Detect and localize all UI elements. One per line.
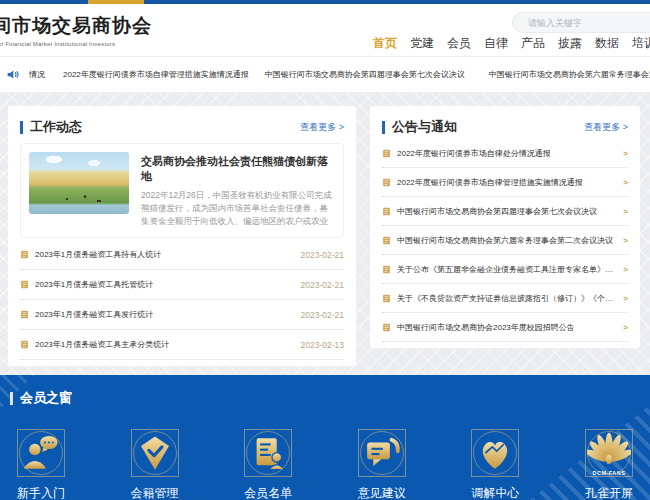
list-item-title: 中国银行间市场交易商协会第六届常务理事会第二次会议决议 [397,235,613,246]
list-item[interactable]: 2022年度银行间债券市场自律处分情况通报 > [382,139,628,168]
search-input[interactable] [512,12,650,33]
list-item-date: 2023-02-21 [293,310,344,320]
member-service-label: 孔雀开屏 [585,485,633,500]
main-nav: 首页 党建 会员 自律 产品 披露 数据 培训 [373,35,650,56]
document-icon [20,250,29,259]
list-item[interactable]: 中国银行间市场交易商协会2023年度校园招聘公告 > [382,313,628,342]
featured-article[interactable]: 交易商协会推动社会责任熊猫债创新落地 2022年12月26日，中国圣牧有机奶业有… [20,143,344,238]
logo-subtitle: National Association of Financial Market… [0,41,152,47]
logo-title: 中国银行间市场交易商协会 [0,13,152,39]
member-roster-icon [244,429,292,477]
peacock-icon: DCM-FANS [585,429,633,477]
member-service-label: 会员名单 [244,485,292,500]
chevron-right-icon: > [617,294,628,303]
list-item-title: 中国银行间市场交易商协会2023年度校园招聘公告 [397,322,575,333]
work-news-title: 工作动态 [30,118,82,136]
chevron-right-icon: > [617,207,628,216]
beginner-guide-icon [17,429,65,477]
list-item-title: 2023年1月债务融资工具持有人统计 [35,249,161,260]
chevron-right-icon: > [617,178,628,187]
ticker-item-partial[interactable]: 情况 [25,69,45,80]
main-content: 工作动态 查看更多 > 交易商协会推动社会责任熊猫债创新落地 2022年12月2… [0,92,650,375]
member-service-label: 会籍管理 [131,485,179,500]
list-item[interactable]: 2023年1月债务融资工具持有人统计 2023-02-21 [20,240,344,270]
list-item[interactable]: 关于公布《第五届非金融企业债务融资工具注册专家名单》的... > [382,255,628,284]
list-item-title: 2023年1月债务融资工具发行统计 [35,309,153,320]
list-item-date: 2023-02-21 [293,250,344,260]
member-service-feedback[interactable]: 意见建议 [347,429,417,500]
members-header: 会员之窗 [10,389,650,407]
document-icon [382,149,391,158]
nav-item-data[interactable]: 数据 [595,35,619,56]
list-item[interactable]: 2022年度银行间债券市场自律管理措施实施情况通报 > [382,168,628,197]
notices-header: 公告与通知 查看更多 > [382,115,628,139]
work-news-card: 工作动态 查看更多 > 交易商协会推动社会责任熊猫债创新落地 2022年12月2… [8,106,356,366]
nav-item-products[interactable]: 产品 [521,35,545,56]
member-service-dcmfans[interactable]: DCM-FANS 孔雀开屏 [574,429,644,500]
list-item-title: 2022年度银行间债券市场自律处分情况通报 [397,148,551,159]
ticker-item[interactable]: 2022年度银行间债券市场自律管理措施实施情况通报 [63,69,249,80]
member-service-beginner[interactable]: 新手入门 [6,429,76,500]
work-news-header: 工作动态 查看更多 > [20,115,344,139]
member-service-membership[interactable]: 会籍管理 [120,429,190,500]
site-logo[interactable]: 中国银行间市场交易商协会 National Association of Fin… [0,13,152,47]
chevron-right-icon: > [617,149,628,158]
list-item-title: 2022年度银行间债券市场自律管理措施实施情况通报 [397,177,583,188]
chevron-right-icon: > [617,265,628,274]
chevron-right-icon: > [617,236,628,245]
document-icon [382,294,391,303]
featured-description: 2022年12月26日，中国圣牧有机奶业有限公司完成熊猫债发行，成为国内市场首单… [141,189,335,229]
document-icon [382,265,391,274]
speaker-icon [6,68,19,81]
section-bar [20,121,23,134]
nav-item-selfdiscipline[interactable]: 自律 [484,35,508,56]
nav-item-party[interactable]: 党建 [410,35,434,56]
site-header: 中国银行间市场交易商协会 National Association of Fin… [0,4,650,56]
members-title: 会员之窗 [20,389,72,407]
list-item-date: 2023-02-21 [293,280,344,290]
list-item-date: 2023-02-13 [293,340,344,350]
nav-item-members[interactable]: 会员 [447,35,471,56]
member-service-label: 意见建议 [358,485,406,500]
member-service-roster[interactable]: 会员名单 [233,429,303,500]
member-service-label: 调解中心 [471,485,519,500]
nav-item-disclosure[interactable]: 披露 [558,35,582,56]
notices-more-link[interactable]: 查看更多 > [584,121,628,134]
list-item-title: 2023年1月债务融资工具主承分类统计 [35,339,169,350]
document-icon [382,207,391,216]
list-item[interactable]: 2023年1月债务融资工具发行统计 2023-02-21 [20,300,344,330]
members-services-row: 新手入门 会籍管理 会员名单 意见建议 [0,429,650,500]
notices-title: 公告与通知 [392,118,457,136]
ticker-item[interactable]: 中国银行间市场交易商协会第六届常务理事会第二次会议决议 [489,69,650,80]
featured-text: 交易商协会推动社会责任熊猫债创新落地 2022年12月26日，中国圣牧有机奶业有… [141,152,335,229]
document-icon [20,280,29,289]
notices-card: 公告与通知 查看更多 > 2022年度银行间债券市场自律处分情况通报 > 202… [370,106,640,348]
mediation-handshake-icon [471,429,519,477]
list-item[interactable]: 2023年1月债务融资工具托管统计 2023-02-21 [20,270,344,300]
document-icon [20,340,29,349]
membership-management-icon [131,429,179,477]
list-item[interactable]: 中国银行间市场交易商协会第六届常务理事会第二次会议决议 > [382,226,628,255]
list-item[interactable]: 中国银行间市场交易商协会第四届理事会第七次会议决议 > [382,197,628,226]
section-bar [10,392,13,405]
feedback-icon [358,429,406,477]
news-ticker: 情况 2022年度银行间债券市场自律管理措施实施情况通报 中国银行间市场交易商协… [0,56,650,92]
list-item[interactable]: 2023年1月债务融资工具主承分类统计 2023-02-13 [20,330,344,360]
members-section: 会员之窗 新手入门 会籍管理 会员名单 [0,375,650,500]
nav-item-home[interactable]: 首页 [373,35,397,56]
dcm-fans-badge: DCM-FANS [585,470,633,476]
member-service-mediation[interactable]: 调解中心 [460,429,530,500]
document-icon [382,323,391,332]
list-item-title: 关于公布《第五届非金融企业债务融资工具注册专家名单》的... [397,264,617,275]
list-item[interactable]: 关于《不良贷款资产支持证券信息披露指引（修订）》《个人... > [382,284,628,313]
nav-item-training[interactable]: 培训 [632,35,650,56]
section-bar [382,121,385,134]
list-item-title: 中国银行间市场交易商协会第四届理事会第七次会议决议 [397,206,597,217]
work-news-list: 2023年1月债务融资工具持有人统计 2023-02-21 2023年1月债务融… [20,240,344,360]
document-icon [20,310,29,319]
member-service-label: 新手入门 [17,485,65,500]
document-icon [382,236,391,245]
chevron-right-icon: > [617,323,628,332]
ticker-item[interactable]: 中国银行间市场交易商协会第四届理事会第七次会议决议 [265,69,465,80]
work-more-link[interactable]: 查看更多 > [300,121,344,134]
